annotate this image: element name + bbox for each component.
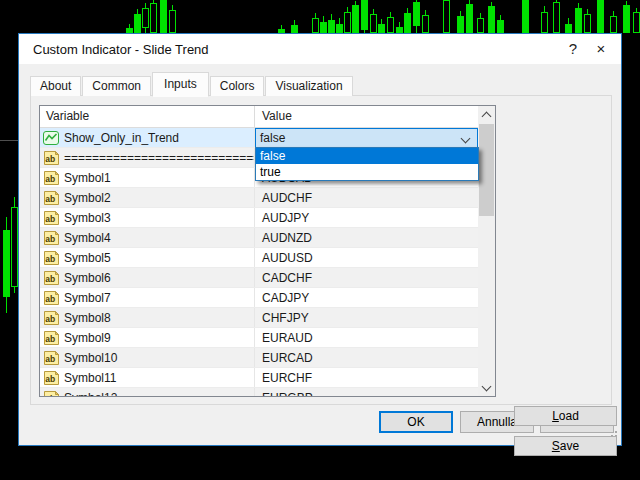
param-row-Symbol11[interactable]: abSymbol11EURCHF [40,368,478,388]
variable-name: ================================== [64,151,255,165]
param-row-Symbol3[interactable]: abSymbol3AUDJPY [40,208,478,228]
variable-cell[interactable]: abSymbol1 [40,168,255,187]
custom-indicator-dialog: Custom Indicator - Slide Trend ? × About… [18,33,622,446]
value-cell[interactable]: AUDNZD [255,228,478,247]
combobox-value: false [260,131,285,145]
variable-cell[interactable]: abSymbol5 [40,248,255,267]
variable-name: Symbol6 [64,271,111,285]
param-row-ShowOnlyinTrend[interactable]: Show_Only_in_Trendfalse [40,128,478,148]
variable-name: Symbol2 [64,191,111,205]
variable-name: Symbol4 [64,231,111,245]
inputs-tab-pane: Variable Value Show_Only_in_Trendfalseab… [30,95,612,405]
dropdown-option-true[interactable]: true [256,164,478,180]
variable-cell[interactable]: abSymbol3 [40,208,255,227]
load-button[interactable]: Load [514,406,617,426]
variable-cell[interactable]: abSymbol4 [40,228,255,247]
text-input-icon: ab [43,191,59,205]
variable-cell[interactable]: abSymbol6 [40,268,255,287]
value-cell[interactable]: AUDCHF [255,188,478,207]
resize-grip-dots [607,431,609,433]
bool-input-icon [43,131,59,145]
svg-text:ab: ab [45,233,55,243]
param-row-Symbol7[interactable]: abSymbol7CADJPY [40,288,478,308]
value-text: EURCAD [262,351,313,365]
dropdown-option-false[interactable]: false [256,148,478,164]
variable-cell[interactable]: abSymbol12 [40,388,255,397]
dialog-titlebar[interactable]: Custom Indicator - Slide Trend ? × [19,34,621,64]
tab-colors[interactable]: Colors [210,76,265,96]
parameters-table-content: Variable Value Show_Only_in_Trendfalseab… [40,106,478,396]
text-input-icon: ab [43,171,59,185]
value-combobox[interactable]: false [255,128,478,147]
variable-name: Symbol10 [64,351,117,365]
save-button[interactable]: Save [514,436,617,456]
variable-name: Symbol8 [64,311,111,325]
value-cell[interactable]: EURAUD [255,328,478,347]
value-cell[interactable]: false [255,128,478,147]
variable-cell[interactable]: abSymbol2 [40,188,255,207]
value-text: AUDCHF [262,191,312,205]
column-header-value: Value [255,106,478,127]
tab-visualization[interactable]: Visualization [265,76,352,96]
help-button[interactable]: ? [559,34,587,64]
scroll-up-button[interactable] [478,106,495,123]
variable-cell[interactable]: abSymbol11 [40,368,255,387]
variable-name: Symbol12 [64,391,117,398]
value-text: CADCHF [262,271,312,285]
dialog-title: Custom Indicator - Slide Trend [19,42,559,57]
value-text: EURGBP [262,391,313,398]
variable-cell[interactable]: abSymbol9 [40,328,255,347]
param-row-Symbol10[interactable]: abSymbol10EURCAD [40,348,478,368]
tab-about[interactable]: About [30,76,81,96]
value-cell[interactable]: CADJPY [255,288,478,307]
param-row-Symbol2[interactable]: abSymbol2AUDCHF [40,188,478,208]
value-cell[interactable]: AUDUSD [255,248,478,267]
value-cell[interactable]: EURGBP [255,388,478,397]
value-cell[interactable]: EURCAD [255,348,478,367]
text-input-icon: ab [43,231,59,245]
value-text: CHFJPY [262,311,309,325]
param-row-Symbol6[interactable]: abSymbol6CADCHF [40,268,478,288]
tab-common[interactable]: Common [82,76,151,96]
param-row-Symbol4[interactable]: abSymbol4AUDNZD [40,228,478,248]
scroll-down-button[interactable] [478,379,495,396]
variable-cell[interactable]: abSymbol8 [40,308,255,327]
variable-cell[interactable]: Show_Only_in_Trend [40,128,255,147]
tab-strip: AboutCommonInputsColorsVisualization [30,73,354,96]
close-button[interactable]: × [587,34,615,64]
chart-gridline [0,140,18,141]
value-cell[interactable]: CADCHF [255,268,478,287]
variable-cell[interactable]: abSymbol10 [40,348,255,367]
param-row-Symbol5[interactable]: abSymbol5AUDUSD [40,248,478,268]
param-row-Symbol12[interactable]: abSymbol12EURGBP [40,388,478,397]
scrollbar-thumb[interactable] [479,124,494,216]
value-cell[interactable]: AUDJPY [255,208,478,227]
svg-text:ab: ab [45,173,55,183]
text-input-icon: ab [43,151,59,165]
value-cell[interactable]: CHFJPY [255,308,478,327]
variable-name: Symbol3 [64,211,111,225]
text-input-icon: ab [43,371,59,385]
variable-cell[interactable]: abSymbol7 [40,288,255,307]
vertical-scrollbar[interactable] [478,106,495,396]
button-label: Load [552,409,579,423]
variable-name: Symbol1 [64,171,111,185]
svg-text:ab: ab [45,333,55,343]
parameters-table: Variable Value Show_Only_in_Trendfalseab… [39,105,496,397]
value-text: CADJPY [262,291,309,305]
svg-text:ab: ab [45,273,55,283]
variable-name: Symbol11 [64,371,116,385]
svg-text:ab: ab [45,313,55,323]
param-row-Symbol8[interactable]: abSymbol8CHFJPY [40,308,478,328]
value-cell[interactable]: EURCHF [255,368,478,387]
svg-text:ab: ab [45,373,55,383]
button-label: Save [552,439,579,453]
tab-inputs[interactable]: Inputs [152,72,209,97]
ok-button[interactable]: OK [379,411,453,433]
variable-cell[interactable]: ab================================== [40,148,255,167]
text-input-icon: ab [43,271,59,285]
param-row-Symbol9[interactable]: abSymbol9EURAUD [40,328,478,348]
text-input-icon: ab [43,251,59,265]
svg-text:ab: ab [45,153,55,163]
variable-name: Show_Only_in_Trend [64,131,179,145]
